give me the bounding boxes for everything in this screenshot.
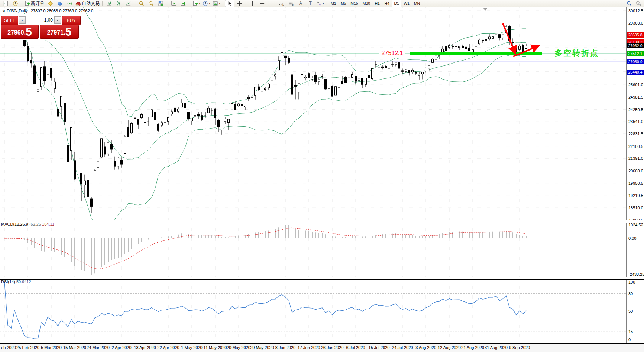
auto-scroll-button[interactable]	[169, 0, 178, 7]
timeframe-d1[interactable]: D1	[392, 0, 401, 7]
zoom-in-button[interactable]	[136, 0, 146, 7]
candlestick-icon	[116, 1, 122, 6]
date-label: 6 Jul 2020	[346, 345, 365, 350]
date-label: 21 Aug 2020	[461, 345, 484, 350]
toolbar-separator	[102, 1, 103, 6]
date-label: 11 May 2020	[204, 345, 227, 350]
indicators-button[interactable]: ▾	[191, 0, 201, 7]
horizontal-line-icon	[259, 1, 265, 6]
y-axis-tick: 19950.5	[628, 181, 643, 185]
timeframe-mn[interactable]: MN	[412, 0, 422, 7]
channel-tool-button[interactable]: E	[276, 0, 286, 7]
chart-macd-divider[interactable]	[0, 220, 644, 223]
symbol-period-label: DJ30-,Daily	[7, 9, 28, 13]
timeframe-m5[interactable]: M5	[339, 0, 349, 7]
rsi-scale-label: 0	[628, 338, 631, 342]
cursor-icon	[227, 1, 233, 6]
toolbar-separator	[22, 1, 22, 6]
label-tool-button[interactable]: T	[305, 0, 315, 7]
toolbar-separator	[223, 1, 223, 6]
vertical-line-tool-button[interactable]	[247, 0, 257, 7]
volume-increase-button[interactable]: ▲	[54, 16, 61, 24]
community-button[interactable]	[55, 0, 65, 7]
date-label: 12 Aug 2020	[438, 345, 461, 350]
new-order-button[interactable]: 新订单	[23, 0, 45, 7]
bar-chart-button[interactable]	[104, 0, 114, 7]
timeframe-h1[interactable]: H1	[372, 0, 382, 7]
crosshair-icon	[237, 1, 242, 6]
volume-decrease-button[interactable]: ▼	[19, 16, 26, 24]
date-axis[interactable]: 14 Feb 202025 Feb 20205 Mar 202015 Mar 2…	[0, 343, 644, 352]
price-badge: 26440.4	[627, 70, 644, 75]
search-button[interactable]	[624, 0, 634, 7]
price-badge: 27030.9	[627, 59, 644, 64]
date-label: 20 May 2020	[227, 345, 250, 350]
cursor-tool-button[interactable]	[225, 0, 234, 7]
signal-icon	[67, 1, 72, 6]
date-label: 15 Mar 2020	[63, 345, 86, 350]
chart-shift-button[interactable]	[178, 0, 188, 7]
search-icon	[626, 1, 632, 6]
date-label: 14 Feb 2020	[0, 345, 16, 350]
arrows-tool-button[interactable]: ▾	[315, 0, 325, 7]
price-badge: 27512.1	[627, 51, 644, 56]
price-chart-canvas[interactable]	[0, 0, 627, 352]
timeframe-m15[interactable]: M15	[348, 0, 360, 7]
zoom-out-button[interactable]	[146, 0, 156, 7]
date-label: 3 Aug 2020	[415, 345, 436, 350]
chat-button[interactable]	[634, 0, 643, 7]
sell-button[interactable]: SELL	[1, 16, 18, 25]
date-label: 5 Mar 2020	[41, 345, 62, 350]
templates-button[interactable]: ▾	[211, 0, 221, 7]
macd-rsi-divider[interactable]	[0, 277, 644, 280]
timeframe-m1[interactable]: M1	[329, 0, 339, 7]
arrows-icon	[316, 1, 322, 6]
chevron-down-icon: ▾	[219, 2, 220, 5]
rsi-scale-label: 50	[628, 309, 633, 313]
timeframe-w1[interactable]: W1	[401, 0, 412, 7]
chevron-down-icon: ▾	[199, 2, 200, 5]
volume-input[interactable]	[26, 17, 54, 23]
horizontal-line-tool-button[interactable]	[257, 0, 267, 7]
y-axis-tick: 22100.5	[628, 144, 643, 149]
macd-label: MACD(12,26,9) 52.25 184.11	[1, 222, 54, 226]
timeframe-h4[interactable]: H4	[382, 0, 392, 7]
crosshair-tool-button[interactable]	[234, 0, 244, 7]
y-axis-tick: 20660.0	[628, 169, 643, 173]
buy-button[interactable]: BUY	[62, 16, 81, 25]
trendline-tool-button[interactable]	[267, 0, 276, 7]
date-label: 31 Aug 2020	[485, 345, 508, 350]
signals-button[interactable]	[65, 0, 74, 7]
buy-price-tile[interactable]: 27971 . 5	[40, 25, 79, 39]
terminal-window: 新订单 自动交易	[0, 0, 644, 352]
line-chart-button[interactable]	[123, 0, 133, 7]
autotrading-button[interactable]: 自动交易	[74, 0, 101, 7]
periods-button[interactable]: ▾	[201, 0, 211, 7]
profiles-button[interactable]	[10, 0, 20, 7]
y-axis-tick: 24981.5	[628, 95, 643, 99]
trendline-icon	[269, 1, 275, 6]
support-price-label: 27512.1	[379, 49, 405, 57]
candlestick-button[interactable]	[114, 0, 123, 7]
chart-shift-marker-icon[interactable]	[483, 8, 487, 11]
y-axis-tick: 30012.5	[628, 9, 643, 13]
sell-price-tile[interactable]: 27960 . 5	[1, 25, 39, 39]
macd-histogram	[4, 225, 526, 275]
rsi-scale-label: 100	[628, 280, 635, 284]
chevron-down-icon: ▾	[323, 2, 324, 5]
price-axis[interactable]: 30012.529303.025691.024981.524250.523541…	[627, 7, 644, 343]
new-chart-button[interactable]	[1, 0, 10, 7]
rsi-scale-label: 80	[628, 291, 633, 296]
macd-scale-label: -2433.25	[628, 272, 644, 277]
tile-windows-button[interactable]	[156, 0, 165, 7]
metaeditor-button[interactable]	[45, 0, 55, 7]
text-tool-button[interactable]: A	[296, 0, 305, 7]
timeframe-m30[interactable]: M30	[360, 0, 372, 7]
fibonacci-icon: F	[288, 1, 294, 6]
macd-scale-label: 1024.52	[628, 223, 643, 227]
svg-text:E: E	[282, 4, 284, 6]
one-click-trading-panel: SELL ▼ ▲ BUY 27960 . 5 27971 . 5	[0, 14, 80, 40]
rsi-label: RSI(14) 50.9412	[1, 280, 31, 284]
fibonacci-tool-button[interactable]: F	[286, 0, 296, 7]
date-label: 29 May 2020	[250, 345, 274, 350]
